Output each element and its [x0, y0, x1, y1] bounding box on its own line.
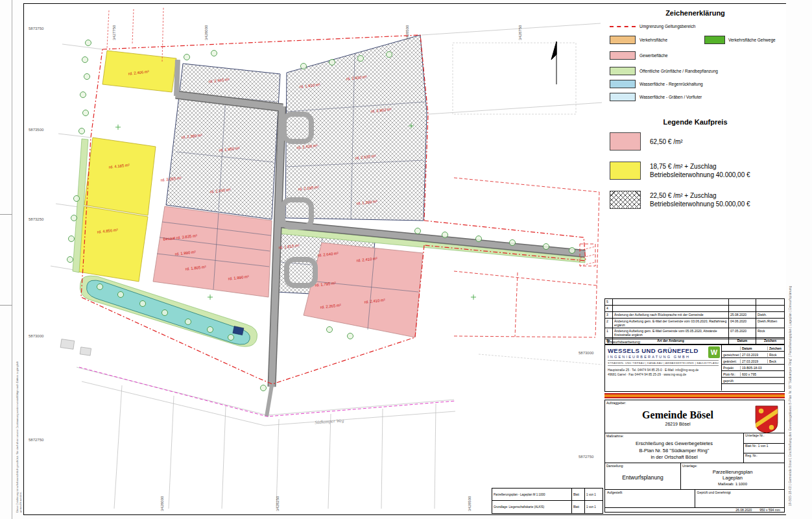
- blatt-value: 1 von 1: [584, 501, 603, 513]
- reference-boxes: Parzellierungsplan - Lageplan M 1:1000 B…: [492, 488, 603, 514]
- company-logo: W: [708, 346, 720, 358]
- tree-icon: [162, 310, 168, 316]
- price-hatch-swatch: [610, 191, 641, 209]
- right-panel: Zeichenerklärung Umgrenzung Geltungsbere…: [603, 4, 786, 514]
- parcel-hatched: [285, 35, 427, 221]
- measure-line2: B-Plan Nr. 58 "Südkamper Ring": [605, 448, 743, 455]
- tree-icon: [84, 74, 90, 80]
- blatt-value: 1 von 1: [584, 489, 603, 500]
- divider-band: [604, 393, 785, 398]
- revision-row: 4: [605, 305, 784, 311]
- company-block: WESSELS UND GRÜNEFELD INGENIEURBERATUNG …: [605, 345, 721, 391]
- price-legend: Legende Kaufpreis 62,50 € /m² 18,75 € /m…: [610, 118, 781, 220]
- tree-icon: [69, 236, 75, 242]
- legend-item: Verkehrsfläche Gehwege: [704, 36, 781, 44]
- tree-icon: [79, 128, 85, 134]
- map-label: Südkamper Weg: [315, 418, 344, 425]
- tree-icon: [86, 40, 91, 46]
- map-label: 3428500: [405, 25, 409, 40]
- tree-icon: [327, 327, 333, 333]
- legend-item: Wasserfläche - Regenrückhaltung: [610, 80, 781, 88]
- company-address1: Hauptstraße 25 · Tel. 04474 94 85 25-0 ·…: [608, 368, 719, 372]
- company-services: STRASSEN- UND TIEFBAU | KANALBAU | ABWAS…: [608, 360, 719, 366]
- site-plan-map: rd. 2.406 m²rd. 4.185 m²rd. 4.856 m²rd. …: [25, 4, 602, 514]
- measure-line3: in der Ortschaft Bösel: [605, 454, 743, 461]
- reference-row: Grundlage: Liegenschaftskarte (ALKIS) Bl…: [492, 501, 603, 513]
- parcel-yellow: [75, 206, 148, 282]
- blatt-nr: Blatt Nr.: 1 von 1: [744, 444, 784, 453]
- tree-icon: [228, 335, 234, 341]
- reference-text: Grundlage: Liegenschaftskarte (ALKIS): [492, 505, 571, 509]
- site-plan-svg: rd. 2.406 m²rd. 4.185 m²rd. 4.856 m²rd. …: [25, 4, 602, 514]
- legend-item: Öffentliche Grünfläche / Randbepflanzung: [610, 67, 781, 75]
- reference-text: Parzellierungsplan - Lageplan M 1:1000: [492, 493, 571, 496]
- company-name: WESSELS UND GRÜNEFELD: [608, 347, 719, 354]
- coat-of-arms: [754, 405, 779, 434]
- tree-icon: [80, 92, 86, 98]
- client-section: Auftraggeber: Gemeinde Bösel 26219 Bösel: [605, 400, 784, 433]
- legend-item: Gewerbefläche: [610, 51, 781, 60]
- legend: Zeichenerklärung Umgrenzung Geltungsbere…: [610, 9, 781, 101]
- price-yellow-swatch: [610, 162, 641, 180]
- revision-row: 1Änderung Aufteilung gem. E-Mail Gemeind…: [605, 328, 784, 337]
- unterlage-label: Unterlage:: [682, 464, 697, 468]
- commercial-swatch: [610, 51, 636, 60]
- tree-icon: [261, 385, 267, 391]
- tree-icon: [83, 110, 89, 116]
- revision-row: 2Änderung Aufteilung gem. E-Mail der Gem…: [605, 318, 784, 328]
- north-arrow: [551, 42, 556, 84]
- revision-table: 5 4 3Änderung der Aufteilung nach Rücksp…: [604, 298, 785, 344]
- tree-icon: [67, 257, 73, 263]
- traffic-swatch: [610, 36, 636, 44]
- fold-mark: [0, 305, 12, 306]
- tree-icon: [74, 196, 80, 202]
- legend-item: Umgrenzung Geltungsbereich: [610, 24, 781, 29]
- blatt-label: Blatt: [571, 501, 584, 513]
- measure-section: Maßnahme: Erschließung des Gewerbegebiet…: [605, 433, 784, 463]
- representation-section: Darstellung: Entwurfsplanung Unterlage: …: [605, 463, 784, 490]
- greenspace-swatch: [610, 67, 636, 75]
- price-item: 22,50 € /m² + Zuschlag Betriebsleiterwoh…: [610, 191, 781, 209]
- tree-icon: [387, 52, 392, 58]
- price-value: 22,50 € /m² + Zuschlag: [650, 191, 750, 200]
- fold-mark: [0, 214, 12, 215]
- darstellung-label: Darstellung:: [606, 464, 624, 468]
- price-value: 62,50 € /m²: [650, 138, 683, 146]
- unterlage-nr: Unterlage Nr.:: [744, 433, 784, 443]
- map-label: 3428250: [276, 496, 280, 511]
- reg-nr: Reg. Nr.:: [744, 453, 784, 463]
- ditch-swatch: [610, 93, 636, 101]
- plan-id-note: 19-B05-18-03 | Gemeinde Bösel | Erschlie…: [788, 39, 796, 506]
- client-label: Auftraggeber:: [606, 401, 626, 405]
- geprueft-cell: Geprüft und Genehmigt: [695, 490, 785, 507]
- parcel-pink: [153, 206, 272, 297]
- map-label: 5873000: [579, 351, 594, 355]
- map-label: 5872750: [29, 438, 44, 442]
- price-note: Betriebsleiterwohnung 40.000,00 €: [650, 171, 750, 179]
- tree-icon: [510, 240, 516, 246]
- tree-icon: [442, 232, 448, 238]
- measure-line1: Erschließung des Gewerbegebietes: [605, 441, 743, 448]
- tree-icon: [185, 319, 191, 325]
- tree-icon: [82, 57, 88, 63]
- tree-icon: [118, 292, 124, 298]
- map-label: 3428500: [468, 496, 472, 511]
- tree-icon: [348, 333, 353, 339]
- tree-icon: [208, 327, 213, 333]
- plan-sheet-page: { "legend": { "title": "Zeichenerklärung…: [0, 0, 812, 519]
- revision-row: 5: [605, 299, 784, 305]
- price-item: 62,50 € /m²: [610, 132, 781, 151]
- blatt-label: Blatt: [571, 489, 584, 500]
- page-edge-line: [12, 0, 12, 519]
- price-pink-swatch: [610, 132, 641, 151]
- tree-icon: [211, 51, 217, 56]
- map-label: 5873500: [29, 128, 44, 132]
- measure-label: Maßnahme:: [606, 434, 624, 438]
- tree-icon: [97, 284, 103, 290]
- design-table-row: geprüft:: [722, 378, 784, 384]
- legend-item: Wasserfläche - Gräben / Vorfluter: [610, 93, 781, 101]
- map-label: 3428000: [160, 496, 164, 511]
- parcel-yellow: [84, 138, 156, 215]
- design-table-row: Plott-Nr.:600 x 795: [722, 371, 784, 378]
- tree-icon: [184, 54, 190, 60]
